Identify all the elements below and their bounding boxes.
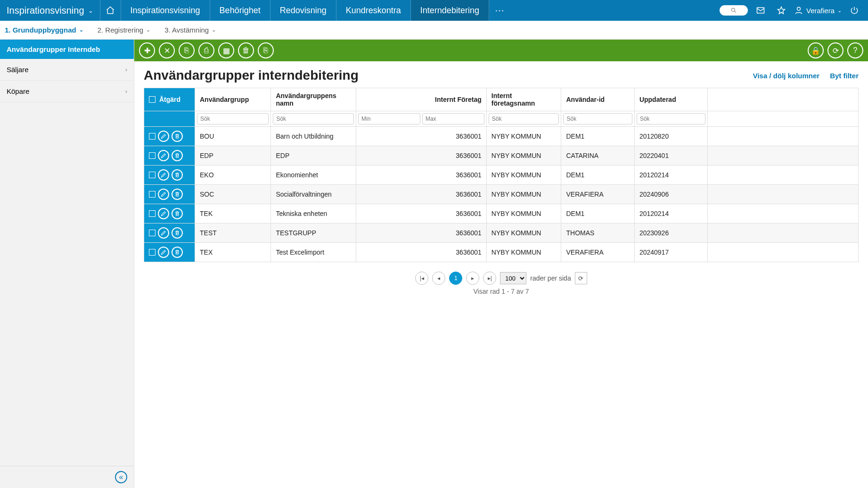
sidebar-item-kopare[interactable]: Köpare › (0, 81, 134, 102)
edit-button[interactable] (158, 247, 169, 258)
nav-tab-0[interactable]: Inspirationsvisning (121, 0, 210, 21)
sidebar-item-saljare[interactable]: Säljare › (0, 59, 134, 81)
page-first-button[interactable]: |◂ (415, 272, 428, 285)
col-company-no[interactable]: Internt Företag (356, 88, 487, 111)
cell-name: Test Excelimport (271, 243, 356, 262)
row-checkbox[interactable] (149, 152, 156, 159)
delete-button[interactable] (172, 150, 183, 161)
col-action[interactable]: Åtgärd (144, 88, 195, 111)
pencil-icon (160, 210, 167, 217)
cell-company-no: 3636001 (356, 223, 487, 243)
delete-button[interactable] (172, 227, 183, 239)
table-row: TEST TESTGRUPP 3636001 NYBY KOMMUN THOMA… (144, 223, 859, 243)
excel-export-button[interactable]: ✕ (159, 42, 175, 58)
page-last-button[interactable]: ▸| (483, 272, 496, 285)
filter-user-id[interactable] (563, 113, 632, 124)
row-checkbox[interactable] (149, 133, 156, 140)
page-number-current[interactable]: 1 (449, 272, 462, 285)
page-next-button[interactable]: ▸ (466, 272, 479, 285)
delete-button[interactable] (172, 169, 183, 181)
filter-company-min[interactable] (358, 113, 420, 124)
favorites-button[interactable] (773, 2, 789, 18)
delete-button[interactable] (172, 247, 183, 258)
filter-group[interactable] (197, 113, 269, 124)
home-button[interactable] (100, 0, 121, 21)
edit-button[interactable] (158, 131, 169, 142)
filter-updated[interactable] (637, 113, 705, 124)
logout-button[interactable] (846, 2, 862, 18)
cell-company-no: 3636001 (356, 185, 487, 204)
cell-user-id: DEM1 (561, 165, 634, 185)
change-filter-link[interactable]: Byt filter (830, 72, 859, 80)
table-row: TEK Tekniska enheten 3636001 NYBY KOMMUN… (144, 204, 859, 223)
collapse-sidebar-button[interactable]: « (115, 471, 127, 483)
pdf-export-button[interactable]: ⎘ (179, 42, 195, 58)
gear-icon: ⟳ (833, 46, 839, 55)
lock-button[interactable]: 🔒 (808, 42, 824, 58)
refresh-button[interactable]: ⟳ (575, 272, 587, 284)
filter-name[interactable] (273, 113, 354, 124)
printer-icon: ⎙ (204, 46, 209, 55)
row-actions (144, 204, 195, 223)
col-name[interactable]: Användargruppens namn (271, 88, 356, 111)
content-area: ✚ ✕ ⎘ ⎙ ▦ 🗑 ⎘ 🔒 ⟳ ? Användargrupper inte… (134, 40, 868, 488)
edit-button[interactable] (158, 189, 169, 200)
edit-button[interactable] (158, 227, 169, 239)
select-all-checkbox[interactable] (149, 96, 156, 103)
sidebar-header: Användargrupper Interndeb (0, 40, 134, 59)
import-button[interactable]: ⎘ (258, 42, 274, 58)
help-button[interactable]: ? (847, 42, 863, 58)
user-menu[interactable]: Verafiera ⌄ (794, 6, 842, 15)
cell-name: Socialförvaltningen (271, 185, 356, 204)
delete-button[interactable] (172, 208, 183, 219)
page-prev-button[interactable]: ◂ (432, 272, 445, 285)
row-checkbox[interactable] (149, 210, 156, 217)
messages-button[interactable] (753, 2, 769, 18)
row-actions (144, 165, 195, 185)
trash-icon (174, 210, 180, 217)
row-checkbox[interactable] (149, 230, 156, 236)
row-checkbox[interactable] (149, 172, 156, 178)
settings-button[interactable]: ⟳ (827, 42, 843, 58)
edit-button[interactable] (158, 169, 169, 181)
row-actions (144, 185, 195, 204)
row-checkbox[interactable] (149, 249, 156, 256)
search-button[interactable] (720, 5, 748, 16)
col-user-id[interactable]: Användar-id (561, 88, 634, 111)
edit-button[interactable] (158, 208, 169, 219)
nav-tab-4[interactable]: Interndebitering (411, 0, 489, 21)
col-company-name[interactable]: Internt företagsnamn (486, 88, 561, 111)
cell-company-no: 3636001 (356, 204, 487, 223)
cell-name: Ekonomienhet (271, 165, 356, 185)
table-container: Åtgärd Användargrupp Användargruppens na… (134, 88, 868, 262)
print-button[interactable]: ⎙ (198, 42, 214, 58)
cell-updated: 20220401 (634, 146, 707, 165)
grid-button[interactable]: ▦ (218, 42, 234, 58)
col-updated[interactable]: Uppdaterad (634, 88, 707, 111)
add-button[interactable]: ✚ (139, 42, 155, 58)
toggle-columns-link[interactable]: Visa / dölj kolumner (753, 72, 819, 80)
first-icon: |◂ (420, 275, 424, 281)
delete-button[interactable] (172, 131, 183, 142)
cell-updated: 20120820 (634, 127, 707, 146)
nav-tab-2[interactable]: Redovisning (270, 0, 336, 21)
nav-tab-1[interactable]: Behörighet (210, 0, 270, 21)
nav-tab-3[interactable]: Kundreskontra (336, 0, 411, 21)
trash-icon: 🗑 (242, 46, 250, 55)
app-title-dropdown[interactable]: Inspirationsvisning ⌄ (0, 0, 100, 21)
row-checkbox[interactable] (149, 191, 156, 198)
cell-user-id: CATARINA (561, 146, 634, 165)
edit-button[interactable] (158, 150, 169, 161)
filter-company-max[interactable] (422, 113, 484, 124)
subnav-item-0[interactable]: 1. Grunduppbyggnad ⌄ (5, 26, 83, 34)
last-icon: ▸| (488, 275, 492, 281)
star-icon (777, 6, 786, 15)
filter-company-name[interactable] (489, 113, 559, 124)
delete-all-button[interactable]: 🗑 (238, 42, 254, 58)
more-tabs-button[interactable]: ⋯ (489, 5, 510, 16)
delete-button[interactable] (172, 189, 183, 200)
subnav-item-1[interactable]: 2. Registrering ⌄ (98, 26, 151, 34)
col-group[interactable]: Användargrupp (195, 88, 271, 111)
subnav-item-2[interactable]: 3. Avstämning ⌄ (164, 26, 216, 34)
page-size-select[interactable]: 100 (500, 272, 526, 284)
